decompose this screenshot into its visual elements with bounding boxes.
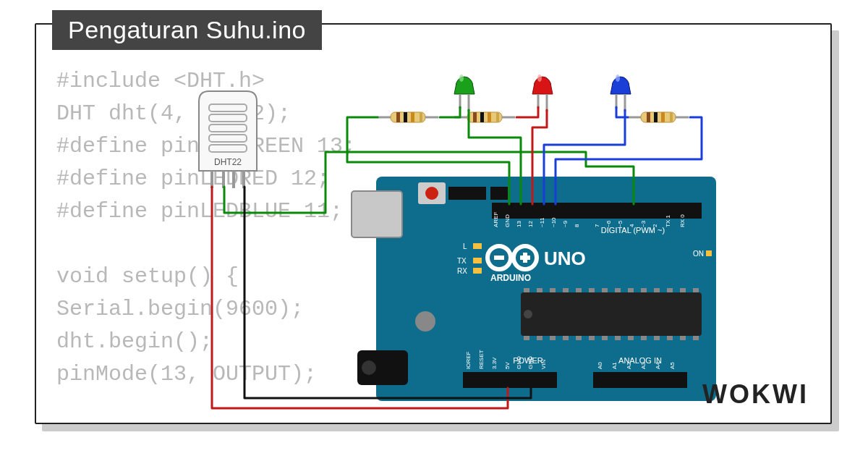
svg-text:UNO: UNO (544, 248, 586, 269)
svg-text:7: 7 (594, 224, 600, 227)
svg-rect-41 (521, 292, 702, 336)
svg-text:~3: ~3 (640, 220, 647, 227)
svg-rect-71 (463, 372, 557, 388)
svg-rect-126 (661, 112, 665, 122)
svg-rect-51 (641, 288, 647, 292)
svg-text:A5: A5 (669, 362, 676, 369)
svg-text:TX: TX (457, 257, 467, 265)
svg-rect-45 (563, 288, 569, 292)
resistor-1 (378, 112, 438, 122)
svg-rect-54 (680, 288, 686, 292)
svg-rect-44 (550, 288, 556, 292)
svg-text:~9: ~9 (562, 220, 569, 227)
svg-rect-110 (396, 112, 400, 122)
svg-rect-6 (448, 187, 486, 200)
svg-rect-50 (628, 288, 634, 292)
svg-rect-42 (524, 288, 529, 292)
svg-rect-64 (628, 336, 634, 340)
svg-rect-59 (563, 336, 569, 340)
svg-text:2: 2 (652, 224, 658, 227)
svg-point-5 (425, 187, 438, 200)
svg-rect-48 (602, 288, 608, 292)
svg-text:L: L (463, 242, 467, 250)
resistor-3 (628, 112, 689, 122)
svg-text:VIN: VIN (540, 359, 547, 369)
svg-rect-56 (524, 336, 529, 340)
svg-rect-66 (654, 336, 660, 340)
resistor-2 (454, 112, 515, 122)
svg-rect-62 (602, 336, 608, 340)
svg-point-88 (415, 311, 435, 332)
svg-point-70 (524, 310, 532, 318)
svg-rect-43 (537, 288, 542, 292)
svg-rect-46 (576, 288, 582, 292)
dht22-sensor: DHT22 (199, 91, 257, 188)
circuit-diagram: DIGITAL (PWM ~) AREF GND 13 12 ~11 ~10 ~… (36, 25, 832, 424)
svg-text:ARDUINO: ARDUINO (490, 273, 531, 283)
svg-text:~10: ~10 (550, 217, 557, 227)
svg-rect-58 (550, 336, 556, 340)
svg-text:A3: A3 (640, 362, 647, 369)
led-blue (610, 75, 631, 111)
svg-rect-40 (706, 250, 712, 256)
svg-text:A1: A1 (611, 362, 618, 369)
svg-rect-69 (693, 336, 699, 340)
svg-text:~5: ~5 (617, 220, 624, 227)
svg-text:TX 1: TX 1 (665, 215, 671, 227)
svg-rect-27 (473, 243, 482, 249)
svg-text:~6: ~6 (605, 220, 612, 227)
svg-rect-61 (589, 336, 595, 340)
svg-point-102 (537, 75, 542, 82)
svg-rect-118 (480, 112, 484, 122)
svg-rect-63 (615, 336, 621, 340)
svg-text:GND: GND (504, 214, 511, 227)
file-title-tab: Pengaturan Suhu.ino (52, 10, 322, 50)
svg-point-105 (616, 75, 620, 82)
svg-rect-57 (537, 336, 542, 340)
svg-text:RX 0: RX 0 (679, 214, 686, 227)
svg-rect-124 (647, 112, 650, 122)
svg-text:RESET: RESET (478, 350, 485, 369)
svg-text:DHT22: DHT22 (214, 157, 242, 167)
svg-rect-49 (615, 288, 621, 292)
svg-rect-67 (667, 336, 673, 340)
svg-rect-53 (667, 288, 673, 292)
svg-rect-119 (488, 112, 491, 122)
svg-rect-47 (589, 288, 595, 292)
svg-rect-117 (473, 112, 477, 122)
svg-rect-29 (473, 258, 482, 263)
led-green (454, 75, 475, 111)
svg-text:IOREF: IOREF (465, 351, 472, 369)
svg-rect-65 (641, 336, 647, 340)
svg-text:AREF: AREF (493, 212, 499, 227)
svg-rect-127 (670, 112, 673, 122)
svg-text:4: 4 (629, 224, 635, 227)
svg-text:GND: GND (527, 356, 534, 369)
svg-text:A4: A4 (655, 362, 661, 369)
svg-text:12: 12 (527, 221, 534, 227)
svg-text:A2: A2 (626, 362, 632, 369)
svg-text:~11: ~11 (539, 217, 545, 227)
svg-text:13: 13 (516, 221, 522, 227)
brand-logo: WOKWI (702, 379, 809, 410)
svg-rect-113 (420, 112, 422, 122)
svg-rect-68 (680, 336, 686, 340)
svg-rect-7 (490, 187, 508, 200)
svg-rect-60 (576, 336, 582, 340)
svg-rect-120 (496, 112, 499, 122)
project-card: #include <DHT.h> DHT dht(4, DHT22); #def… (35, 23, 832, 424)
arduino-uno-board: DIGITAL (PWM ~) AREF GND 13 12 ~11 ~10 ~… (352, 177, 716, 401)
led-red (532, 75, 553, 111)
svg-text:A0: A0 (597, 362, 603, 369)
svg-text:5V: 5V (504, 362, 511, 369)
svg-point-3 (362, 360, 376, 375)
svg-rect-52 (654, 288, 660, 292)
svg-rect-31 (473, 268, 482, 274)
svg-rect-125 (654, 112, 658, 122)
svg-rect-1 (352, 191, 402, 237)
svg-rect-80 (593, 372, 687, 388)
svg-text:ON: ON (693, 250, 704, 258)
svg-text:GND: GND (516, 356, 522, 369)
svg-rect-55 (693, 288, 699, 292)
svg-point-99 (459, 75, 464, 82)
